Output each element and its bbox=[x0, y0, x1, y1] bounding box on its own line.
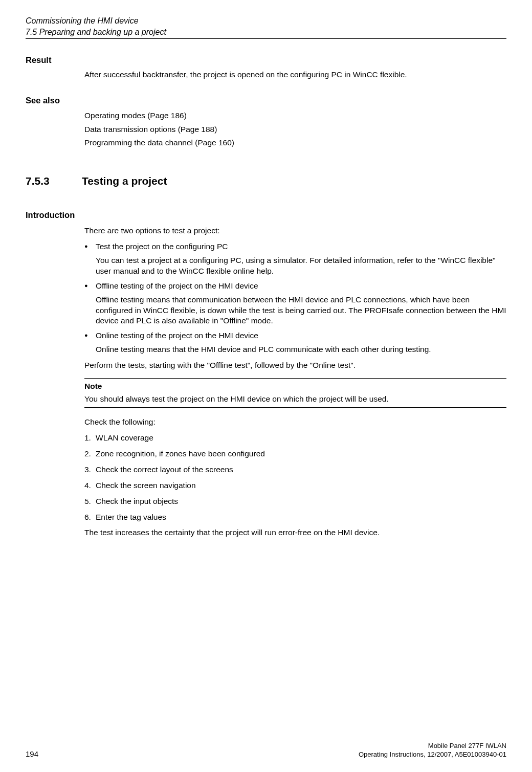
note-rule-top bbox=[84, 378, 506, 379]
chapter-title-text: Testing a project bbox=[82, 174, 167, 188]
bullet-title: Online testing of the project on the HMI… bbox=[96, 331, 258, 340]
list-item: Check the input objects bbox=[84, 496, 506, 507]
note-rule-bottom bbox=[84, 407, 506, 408]
bullet-desc: You can test a project at a configuring … bbox=[96, 255, 506, 277]
intro-lead: There are two options to test a project: bbox=[84, 226, 506, 236]
bullet-item: Offline testing of the project on the HM… bbox=[84, 281, 506, 327]
note-block: Note You should always test the project … bbox=[84, 378, 506, 408]
heading-result: Result bbox=[26, 54, 506, 65]
chapter-number: 7.5.3 bbox=[26, 174, 56, 188]
bullet-desc: Offline testing means that communication… bbox=[96, 295, 506, 327]
bullet-title: Test the project on the configuring PC bbox=[96, 242, 228, 251]
intro-bullets: Test the project on the configuring PC Y… bbox=[84, 241, 506, 355]
list-item: Enter the tag values bbox=[84, 512, 506, 523]
see-also-item: Data transmission options (Page 188) bbox=[84, 124, 506, 135]
result-body: After successful backtransfer, the proje… bbox=[84, 70, 506, 80]
see-also-list: Operating modes (Page 186) Data transmis… bbox=[84, 111, 506, 149]
list-item: WLAN coverage bbox=[84, 433, 506, 444]
doc-info: Operating Instructions, 12/2007, A5E0100… bbox=[359, 750, 506, 759]
result-text: After successful backtransfer, the proje… bbox=[84, 70, 506, 80]
bullet-item: Online testing of the project on the HMI… bbox=[84, 330, 506, 355]
heading-introduction: Introduction bbox=[26, 209, 506, 220]
check-label: Check the following: bbox=[84, 417, 506, 428]
note-label: Note bbox=[84, 381, 506, 392]
heading-see-also: See also bbox=[26, 95, 506, 106]
chapter-title: Commissioning the HMI device bbox=[26, 15, 506, 27]
list-item: Zone recognition, if zones have been con… bbox=[84, 449, 506, 459]
list-item: Check the screen navigation bbox=[84, 480, 506, 491]
check-closing: The test increases the certainty that th… bbox=[84, 527, 506, 538]
bullet-item: Test the project on the configuring PC Y… bbox=[84, 241, 506, 277]
see-also-item: Operating modes (Page 186) bbox=[84, 111, 506, 121]
intro-body: There are two options to test a project:… bbox=[84, 226, 506, 538]
note-text: You should always test the project on th… bbox=[84, 394, 506, 405]
running-header: Commissioning the HMI device 7.5 Prepari… bbox=[26, 15, 506, 39]
page-footer: 194 Mobile Panel 277F IWLAN Operating In… bbox=[26, 741, 506, 759]
bullet-desc: Online testing means that the HMI device… bbox=[96, 344, 506, 355]
intro-after-bullets: Perform the tests, starting with the "Of… bbox=[84, 360, 506, 371]
page-number: 194 bbox=[26, 749, 38, 759]
doc-name: Mobile Panel 277F IWLAN bbox=[359, 741, 506, 751]
see-also-item: Programming the data channel (Page 160) bbox=[84, 138, 506, 148]
list-item: Check the correct layout of the screens bbox=[84, 465, 506, 475]
checklist: WLAN coverage Zone recognition, if zones… bbox=[84, 433, 506, 523]
bullet-title: Offline testing of the project on the HM… bbox=[96, 281, 258, 290]
footer-right: Mobile Panel 277F IWLAN Operating Instru… bbox=[359, 741, 506, 759]
header-divider bbox=[26, 38, 506, 39]
section-path: 7.5 Preparing and backing up a project bbox=[26, 27, 506, 38]
chapter-heading: 7.5.3 Testing a project bbox=[26, 174, 506, 188]
